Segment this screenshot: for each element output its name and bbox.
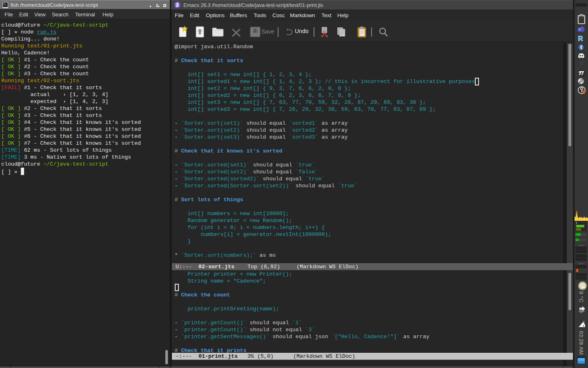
svg-text:R: R [578, 35, 583, 42]
svg-text:T: T [579, 28, 581, 31]
